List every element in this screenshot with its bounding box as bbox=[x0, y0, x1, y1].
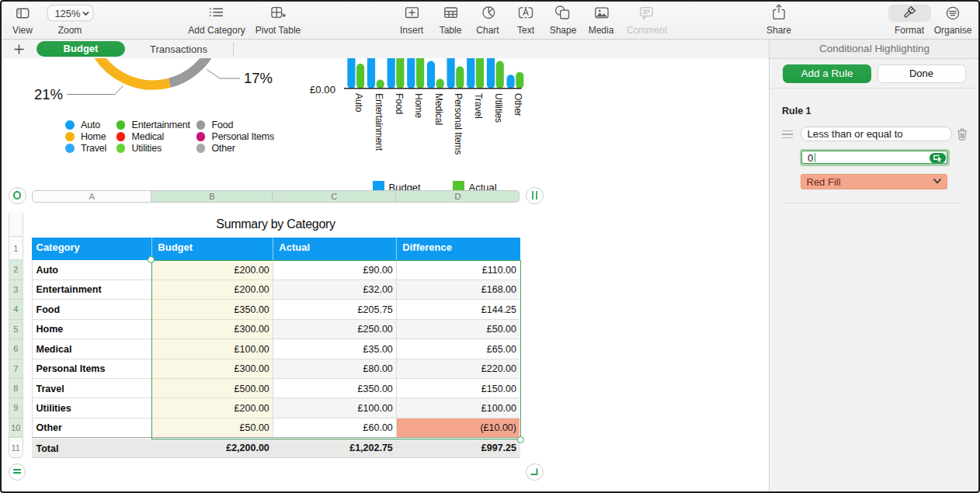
svg-text:Auto: Auto bbox=[353, 93, 364, 113]
svg-text:Travel: Travel bbox=[473, 93, 484, 119]
svg-text:21%: 21% bbox=[34, 86, 63, 102]
svg-text:Other: Other bbox=[513, 93, 523, 116]
svg-text:Home: Home bbox=[413, 93, 424, 118]
svg-text:Medical: Medical bbox=[433, 93, 444, 125]
svg-text:£0.00: £0.00 bbox=[310, 84, 335, 95]
svg-text:Personal Items: Personal Items bbox=[453, 93, 464, 154]
svg-text:Food: Food bbox=[394, 93, 405, 114]
svg-text:Utilities: Utilities bbox=[493, 93, 504, 123]
svg-text:17%: 17% bbox=[244, 70, 273, 86]
svg-text:Entertainment: Entertainment bbox=[374, 93, 384, 151]
